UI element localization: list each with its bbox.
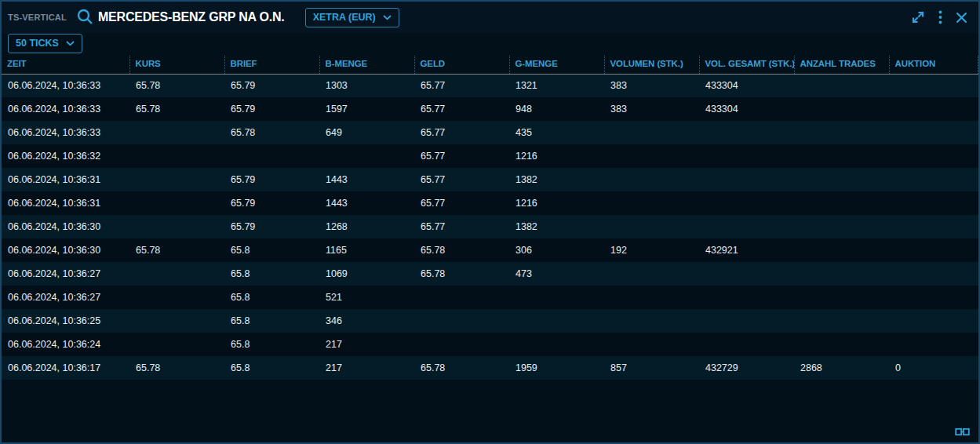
table-cell: 06.06.2024, 10:36:31: [2, 168, 129, 191]
window-controls: [909, 9, 969, 26]
table-row: 06.06.2024, 10:36:3365.7864965.77435: [2, 121, 978, 144]
table-cell: [129, 215, 224, 238]
table-cell: 1216: [509, 191, 604, 215]
table-cell: [699, 191, 794, 215]
ticks-dropdown[interactable]: 50 TICKS: [8, 34, 82, 53]
table-cell: [129, 144, 224, 168]
column-header-b-menge[interactable]: B-MENGE: [319, 56, 414, 74]
table-cell: 06.06.2024, 10:36:27: [2, 286, 129, 309]
table-cell: [794, 286, 889, 309]
table-cell: [889, 333, 978, 356]
column-header-vol-gesamt-stk[interactable]: VOL. GESAMT (STK.): [699, 56, 794, 74]
table-cell: [794, 168, 889, 191]
table-cell: 2868: [794, 356, 889, 380]
table-cell: 217: [319, 333, 414, 356]
footer: [2, 380, 978, 442]
table-cell: [604, 333, 699, 356]
column-header-brief[interactable]: BRIEF: [224, 56, 319, 74]
table-cell: [699, 309, 794, 333]
table-cell: 1382: [509, 168, 604, 191]
column-header-volumen-stk[interactable]: VOLUMEN (STK.): [604, 56, 699, 74]
table-cell: [794, 121, 889, 144]
table-cell: 383: [604, 74, 699, 97]
table-cell: 433304: [699, 74, 794, 97]
column-header-kurs[interactable]: KURS: [129, 56, 224, 74]
table-cell: [699, 262, 794, 286]
table-cell: 65.77: [414, 144, 509, 168]
column-header-auktion[interactable]: AUKTION: [889, 56, 978, 74]
table-cell: 65.8: [224, 238, 319, 262]
table-row: 06.06.2024, 10:36:3065.7865.8116565.7830…: [2, 238, 978, 262]
table-cell: [604, 309, 699, 333]
toolbar: 50 TICKS: [2, 33, 978, 56]
table-cell: 0: [889, 356, 978, 380]
table-cell: [129, 309, 224, 333]
table-cell: [794, 191, 889, 215]
table-cell: [889, 74, 978, 97]
table-cell: 65.78: [224, 121, 319, 144]
close-icon[interactable]: [954, 10, 969, 25]
table-cell: [604, 191, 699, 215]
search-icon[interactable]: [76, 8, 95, 27]
table-row: 06.06.2024, 10:36:3265.771216: [2, 144, 978, 168]
table-cell: 65.79: [224, 74, 319, 97]
link-windows-icon[interactable]: [955, 427, 970, 437]
table-cell: 433304: [699, 97, 794, 121]
table-cell: [699, 286, 794, 309]
table-cell: 65.78: [129, 74, 224, 97]
table-cell: 65.8: [224, 262, 319, 286]
tick-table: ZEITKURSBRIEFB-MENGEGELDG-MENGEVOLUMEN (…: [2, 56, 978, 380]
table-cell: [129, 191, 224, 215]
column-header-zeit[interactable]: ZEIT: [2, 56, 129, 74]
table-cell: [129, 262, 224, 286]
table-cell: 521: [319, 286, 414, 309]
table-cell: 06.06.2024, 10:36:33: [2, 121, 129, 144]
table-cell: 65.78: [129, 356, 224, 380]
table-cell: [794, 215, 889, 238]
table-cell: [794, 309, 889, 333]
table-cell: 06.06.2024, 10:36:30: [2, 215, 129, 238]
table-row: 06.06.2024, 10:36:3065.79126865.771382: [2, 215, 978, 238]
ticks-dropdown-label: 50 TICKS: [16, 38, 59, 49]
table-cell: 65.8: [224, 356, 319, 380]
table-cell: 217: [319, 356, 414, 380]
table-cell: 65.8: [224, 309, 319, 333]
table-cell: 06.06.2024, 10:36:27: [2, 262, 129, 286]
table-cell: [509, 309, 604, 333]
table-cell: 65.77: [414, 215, 509, 238]
instrument-title: MERCEDES-BENZ GRP NA O.N.: [98, 10, 285, 24]
table-cell: 06.06.2024, 10:36:33: [2, 97, 129, 121]
table-cell: [699, 215, 794, 238]
table-cell: [414, 309, 509, 333]
table-cell: [319, 144, 414, 168]
table-cell: 346: [319, 309, 414, 333]
table-cell: 473: [509, 262, 604, 286]
exchange-dropdown[interactable]: XETRA (EUR): [305, 8, 399, 27]
app-label: TS-VERTICAL: [8, 13, 67, 22]
table-cell: 192: [604, 238, 699, 262]
table-cell: [604, 262, 699, 286]
table-cell: [604, 121, 699, 144]
table-cell: 948: [509, 97, 604, 121]
table-row: 06.06.2024, 10:36:3365.7865.79159765.779…: [2, 97, 978, 121]
table-cell: [699, 168, 794, 191]
table-cell: [414, 333, 509, 356]
table-cell: 06.06.2024, 10:36:33: [2, 74, 129, 97]
header-row: ZEITKURSBRIEFB-MENGEGELDG-MENGEVOLUMEN (…: [2, 56, 978, 74]
table-row: 06.06.2024, 10:36:2765.8521: [2, 286, 978, 309]
table-cell: 06.06.2024, 10:36:24: [2, 333, 129, 356]
column-header-geld[interactable]: GELD: [414, 56, 509, 74]
table-row: 06.06.2024, 10:36:2765.8106965.78473: [2, 262, 978, 286]
column-header-anzahl-trades[interactable]: ANZAHL TRADES: [794, 56, 889, 74]
kebab-menu-icon[interactable]: [937, 9, 944, 26]
table-row: 06.06.2024, 10:36:3165.79144365.771382: [2, 168, 978, 191]
table-cell: 1069: [319, 262, 414, 286]
maximize-button[interactable]: [909, 9, 927, 26]
table-cell: [604, 286, 699, 309]
column-header-g-menge[interactable]: G-MENGE: [509, 56, 604, 74]
table-cell: 65.79: [224, 215, 319, 238]
table-cell: [604, 168, 699, 191]
ts-vertical-window: TS-VERTICAL MERCEDES-BENZ GRP NA O.N. XE…: [0, 0, 980, 444]
table-cell: [509, 333, 604, 356]
table-cell: [889, 191, 978, 215]
